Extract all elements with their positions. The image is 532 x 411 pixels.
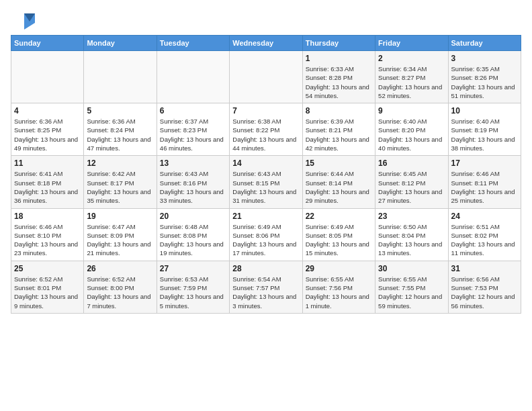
- day-info: Sunrise: 6:49 AM Sunset: 8:06 PM Dayligh…: [232, 222, 299, 258]
- day-cell: [230, 51, 302, 103]
- day-number: 28: [232, 264, 299, 273]
- day-info: Sunrise: 6:51 AM Sunset: 8:02 PM Dayligh…: [451, 222, 518, 258]
- day-info: Sunrise: 6:33 AM Sunset: 8:28 PM Dayligh…: [306, 64, 372, 100]
- day-cell: 20Sunrise: 6:48 AM Sunset: 8:08 PM Dayli…: [157, 208, 229, 261]
- week-row-4: 18Sunrise: 6:46 AM Sunset: 8:10 PM Dayli…: [11, 208, 521, 261]
- day-info: Sunrise: 6:55 AM Sunset: 7:56 PM Dayligh…: [306, 275, 372, 310]
- day-info: Sunrise: 6:55 AM Sunset: 7:55 PM Dayligh…: [378, 275, 445, 310]
- day-number: 2: [378, 54, 445, 63]
- day-number: 20: [160, 212, 226, 221]
- day-number: 21: [232, 212, 299, 221]
- day-cell: 19Sunrise: 6:47 AM Sunset: 8:09 PM Dayli…: [84, 208, 157, 261]
- day-info: Sunrise: 6:47 AM Sunset: 8:09 PM Dayligh…: [87, 222, 153, 258]
- day-info: Sunrise: 6:52 AM Sunset: 8:00 PM Dayligh…: [87, 275, 153, 310]
- header-thursday: Thursday: [302, 36, 375, 51]
- day-number: 10: [451, 106, 518, 116]
- header: [11, 11, 521, 30]
- day-cell: 16Sunrise: 6:45 AM Sunset: 8:12 PM Dayli…: [375, 156, 448, 208]
- calendar-header-row: SundayMondayTuesdayWednesdayThursdayFrid…: [11, 36, 521, 51]
- day-info: Sunrise: 6:36 AM Sunset: 8:24 PM Dayligh…: [87, 117, 153, 152]
- day-cell: 10Sunrise: 6:40 AM Sunset: 8:19 PM Dayli…: [448, 103, 521, 156]
- day-number: 15: [306, 158, 372, 168]
- header-saturday: Saturday: [448, 36, 521, 51]
- day-info: Sunrise: 6:42 AM Sunset: 8:17 PM Dayligh…: [87, 169, 153, 205]
- header-tuesday: Tuesday: [157, 36, 229, 51]
- day-number: 18: [14, 212, 81, 221]
- day-cell: 24Sunrise: 6:51 AM Sunset: 8:02 PM Dayli…: [448, 208, 521, 261]
- day-number: 16: [378, 158, 445, 168]
- day-cell: 1Sunrise: 6:33 AM Sunset: 8:28 PM Daylig…: [302, 51, 375, 103]
- day-number: 11: [14, 158, 81, 168]
- day-cell: 14Sunrise: 6:43 AM Sunset: 8:15 PM Dayli…: [230, 156, 302, 208]
- day-cell: 6Sunrise: 6:37 AM Sunset: 8:23 PM Daylig…: [157, 103, 229, 156]
- day-cell: 17Sunrise: 6:46 AM Sunset: 8:11 PM Dayli…: [448, 156, 521, 208]
- day-cell: [157, 51, 229, 103]
- day-cell: 28Sunrise: 6:54 AM Sunset: 7:57 PM Dayli…: [230, 261, 302, 313]
- day-cell: 29Sunrise: 6:55 AM Sunset: 7:56 PM Dayli…: [302, 261, 375, 313]
- day-cell: 27Sunrise: 6:53 AM Sunset: 7:59 PM Dayli…: [157, 261, 229, 313]
- day-number: 29: [306, 264, 372, 273]
- day-cell: 18Sunrise: 6:46 AM Sunset: 8:10 PM Dayli…: [11, 208, 84, 261]
- day-cell: 12Sunrise: 6:42 AM Sunset: 8:17 PM Dayli…: [84, 156, 157, 208]
- week-row-5: 25Sunrise: 6:52 AM Sunset: 8:01 PM Dayli…: [11, 261, 521, 313]
- day-number: 22: [306, 212, 372, 221]
- day-info: Sunrise: 6:40 AM Sunset: 8:20 PM Dayligh…: [378, 117, 445, 152]
- day-number: 1: [306, 54, 372, 63]
- day-info: Sunrise: 6:44 AM Sunset: 8:14 PM Dayligh…: [306, 169, 372, 205]
- day-cell: 31Sunrise: 6:56 AM Sunset: 7:53 PM Dayli…: [448, 261, 521, 313]
- day-cell: 22Sunrise: 6:49 AM Sunset: 8:05 PM Dayli…: [302, 208, 375, 261]
- header-sunday: Sunday: [11, 36, 84, 51]
- day-cell: 15Sunrise: 6:44 AM Sunset: 8:14 PM Dayli…: [302, 156, 375, 208]
- day-number: 9: [378, 106, 445, 116]
- day-info: Sunrise: 6:41 AM Sunset: 8:18 PM Dayligh…: [14, 169, 81, 205]
- day-info: Sunrise: 6:50 AM Sunset: 8:04 PM Dayligh…: [378, 222, 445, 258]
- day-number: 17: [451, 158, 518, 168]
- week-row-1: 1Sunrise: 6:33 AM Sunset: 8:28 PM Daylig…: [11, 51, 521, 103]
- day-info: Sunrise: 6:54 AM Sunset: 7:57 PM Dayligh…: [232, 275, 299, 310]
- logo: [11, 11, 38, 30]
- calendar-table: SundayMondayTuesdayWednesdayThursdayFrid…: [11, 35, 521, 314]
- day-info: Sunrise: 6:46 AM Sunset: 8:10 PM Dayligh…: [14, 222, 81, 258]
- day-number: 19: [87, 212, 153, 221]
- day-number: 30: [378, 264, 445, 273]
- day-cell: 11Sunrise: 6:41 AM Sunset: 8:18 PM Dayli…: [11, 156, 84, 208]
- day-number: 14: [232, 158, 299, 168]
- logo-icon: [11, 11, 35, 30]
- day-number: 3: [451, 54, 518, 63]
- day-cell: 23Sunrise: 6:50 AM Sunset: 8:04 PM Dayli…: [375, 208, 448, 261]
- day-info: Sunrise: 6:40 AM Sunset: 8:19 PM Dayligh…: [451, 117, 518, 152]
- day-info: Sunrise: 6:43 AM Sunset: 8:16 PM Dayligh…: [160, 169, 226, 205]
- day-cell: 2Sunrise: 6:34 AM Sunset: 8:27 PM Daylig…: [375, 51, 448, 103]
- day-info: Sunrise: 6:48 AM Sunset: 8:08 PM Dayligh…: [160, 222, 226, 258]
- day-number: 12: [87, 158, 153, 168]
- day-info: Sunrise: 6:35 AM Sunset: 8:26 PM Dayligh…: [451, 64, 518, 100]
- header-wednesday: Wednesday: [230, 36, 302, 51]
- day-info: Sunrise: 6:52 AM Sunset: 8:01 PM Dayligh…: [14, 275, 81, 310]
- day-cell: 7Sunrise: 6:38 AM Sunset: 8:22 PM Daylig…: [230, 103, 302, 156]
- day-number: 24: [451, 212, 518, 221]
- day-info: Sunrise: 6:45 AM Sunset: 8:12 PM Dayligh…: [378, 169, 445, 205]
- day-cell: 30Sunrise: 6:55 AM Sunset: 7:55 PM Dayli…: [375, 261, 448, 313]
- day-number: 13: [160, 158, 226, 168]
- day-cell: 9Sunrise: 6:40 AM Sunset: 8:20 PM Daylig…: [375, 103, 448, 156]
- day-number: 25: [14, 264, 81, 273]
- day-cell: 5Sunrise: 6:36 AM Sunset: 8:24 PM Daylig…: [84, 103, 157, 156]
- week-row-3: 11Sunrise: 6:41 AM Sunset: 8:18 PM Dayli…: [11, 156, 521, 208]
- day-cell: 4Sunrise: 6:36 AM Sunset: 8:25 PM Daylig…: [11, 103, 84, 156]
- day-info: Sunrise: 6:39 AM Sunset: 8:21 PM Dayligh…: [306, 117, 372, 152]
- day-number: 8: [306, 106, 372, 116]
- day-info: Sunrise: 6:53 AM Sunset: 7:59 PM Dayligh…: [160, 275, 226, 310]
- header-monday: Monday: [84, 36, 157, 51]
- day-cell: 13Sunrise: 6:43 AM Sunset: 8:16 PM Dayli…: [157, 156, 229, 208]
- day-info: Sunrise: 6:43 AM Sunset: 8:15 PM Dayligh…: [232, 169, 299, 205]
- day-cell: [84, 51, 157, 103]
- day-cell: 21Sunrise: 6:49 AM Sunset: 8:06 PM Dayli…: [230, 208, 302, 261]
- day-cell: [11, 51, 84, 103]
- day-info: Sunrise: 6:49 AM Sunset: 8:05 PM Dayligh…: [306, 222, 372, 258]
- day-number: 27: [160, 264, 226, 273]
- day-number: 23: [378, 212, 445, 221]
- day-cell: 3Sunrise: 6:35 AM Sunset: 8:26 PM Daylig…: [448, 51, 521, 103]
- day-info: Sunrise: 6:37 AM Sunset: 8:23 PM Dayligh…: [160, 117, 226, 152]
- day-info: Sunrise: 6:38 AM Sunset: 8:22 PM Dayligh…: [232, 117, 299, 152]
- day-info: Sunrise: 6:56 AM Sunset: 7:53 PM Dayligh…: [451, 275, 518, 310]
